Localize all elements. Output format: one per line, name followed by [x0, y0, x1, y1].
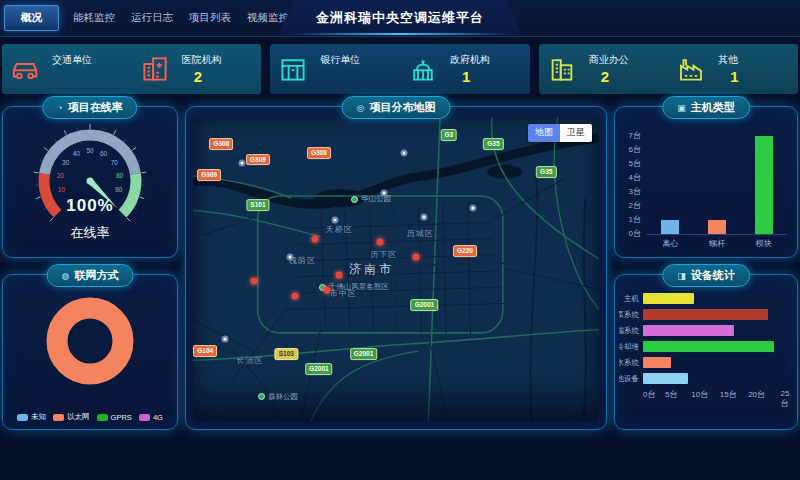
stat-value: 1	[718, 68, 738, 85]
x-axis: 0台5台10台15台20台25台	[643, 389, 785, 399]
panel-title-text: 主机类型	[691, 100, 735, 115]
project-marker[interactable]	[336, 272, 343, 279]
stat-value: 1	[450, 68, 490, 85]
road-badge: S101	[246, 199, 269, 211]
stat-bank[interactable]: 银行单位	[270, 53, 400, 85]
road-badge: G2001	[350, 348, 378, 360]
panel-project-map: ◎ 项目分布地图	[185, 106, 607, 430]
road-badge: G309	[246, 154, 270, 166]
svg-text:60: 60	[100, 150, 108, 157]
road-badge: S103	[275, 348, 298, 360]
bar-track	[643, 309, 785, 320]
poi-label: 森林公园	[268, 392, 298, 402]
stat-label: 商业办公	[589, 53, 629, 67]
project-marker[interactable]	[311, 235, 318, 242]
gauge-icon: ◔	[57, 103, 62, 113]
stat-label: 交通单位	[52, 53, 92, 67]
nav-tab-project-list[interactable]: 项目列表	[187, 7, 233, 29]
bar	[755, 136, 773, 234]
panel-online-rate-header: ◔ 项目在线率	[42, 96, 137, 119]
project-marker[interactable]	[323, 287, 330, 294]
bar-track	[643, 293, 785, 304]
bar	[643, 373, 688, 384]
station-marker	[470, 205, 477, 212]
stat-value	[320, 68, 360, 85]
stat-transport[interactable]: 交通单位	[2, 53, 132, 85]
device-stats-icon: ◨	[677, 271, 686, 281]
x-axis-category-label: 模块	[756, 238, 772, 249]
car-icon	[10, 54, 40, 84]
project-marker[interactable]	[291, 293, 298, 300]
panel-device-stats: ◨ 设备统计 主机泵系统末端系统冷却塔水系统其他设备0台5台10台15台20台2…	[614, 274, 798, 430]
device-label: 末端系统	[619, 326, 639, 336]
svg-text:100%: 100%	[66, 196, 113, 215]
x-axis-tick-label: 5台	[665, 389, 677, 400]
legend-swatch	[17, 414, 28, 421]
road-badge: G104	[193, 345, 217, 357]
legend-label: 以太网	[67, 412, 90, 422]
map-canvas[interactable]: 济南市槐荫区天桥区历下区市中区历城区长清区千佛山风景名胜区华山公园森林公园G30…	[193, 117, 599, 421]
legend-item[interactable]: 4G	[139, 412, 163, 422]
legend-item[interactable]: GPRS	[97, 412, 132, 422]
stats-card-bank-government: 银行单位 政府机构 1	[270, 44, 529, 94]
right-column: ▣ 主机类型 0台1台2台3台4台5台6台7台离心螺杆模块 ◨ 设备统计 主机泵…	[614, 106, 798, 430]
nav-tab-run-log[interactable]: 运行日志	[129, 7, 175, 29]
legend-item[interactable]: 未知	[17, 412, 46, 422]
x-axis-category-label: 离心	[662, 238, 678, 249]
nav-tab-overview[interactable]: 概况	[4, 5, 59, 31]
map-district-label: 长清区	[236, 355, 263, 366]
y-axis-tick-label: 7台	[621, 130, 641, 141]
x-axis-category-label: 螺杆	[709, 238, 725, 249]
road-badge: G308	[307, 148, 331, 160]
x-axis-tick-label: 25台	[781, 389, 790, 409]
stat-value: 2	[182, 68, 222, 85]
bar	[661, 220, 679, 234]
left-column: ◔ 项目在线率 0102030405060708090100%在线率 ◍ 联网方…	[2, 106, 178, 430]
nav-tab-energy-monitor[interactable]: 能耗监控	[71, 7, 117, 29]
svg-text:在线率: 在线率	[71, 225, 110, 240]
panel-device-header: ◨ 设备统计	[662, 264, 750, 287]
stat-government[interactable]: 政府机构 1	[400, 53, 530, 85]
device-label: 其他设备	[619, 374, 639, 384]
panel-network-type: ◍ 联网方式 未知以太网GPRS4G	[2, 274, 178, 430]
map-district-label: 历下区	[370, 248, 397, 259]
project-marker[interactable]	[250, 278, 257, 285]
government-icon	[408, 54, 438, 84]
panel-online-rate: ◔ 项目在线率 0102030405060708090100%在线率	[2, 106, 178, 258]
y-axis-tick-label: 4台	[621, 172, 641, 183]
svg-text:80: 80	[116, 172, 124, 179]
stat-office[interactable]: 商业办公 2	[539, 53, 669, 85]
panel-title-text: 项目在线率	[68, 100, 123, 115]
svg-text:40: 40	[73, 150, 81, 157]
bar-track	[643, 373, 785, 384]
station-marker	[380, 190, 387, 197]
road-badge: G2001	[305, 363, 333, 375]
stats-card-transport-hospital: 交通单位 医院机构 2	[2, 44, 261, 94]
bar-track	[643, 341, 785, 352]
stats-card-row: 交通单位 医院机构 2	[2, 44, 798, 94]
panel-map-header: ◎ 项目分布地图	[342, 96, 451, 119]
stat-hospital[interactable]: 医院机构 2	[132, 53, 262, 85]
station-marker	[332, 217, 339, 224]
legend-label: 4G	[153, 413, 163, 422]
y-axis-tick-label: 5台	[621, 158, 641, 169]
map-mode-button[interactable]: 地图	[528, 124, 560, 142]
device-label: 泵系统	[619, 310, 639, 320]
svg-text:90: 90	[115, 186, 123, 193]
device-label: 冷却塔	[619, 342, 639, 352]
svg-text:50: 50	[86, 147, 94, 154]
satellite-mode-button[interactable]: 卫星	[560, 124, 592, 142]
stat-label: 银行单位	[320, 53, 360, 67]
panel-title-text: 设备统计	[691, 268, 735, 283]
bar-track	[643, 357, 785, 368]
svg-text:20: 20	[57, 172, 65, 179]
road-badge: G35	[483, 138, 503, 150]
project-marker[interactable]	[413, 253, 420, 260]
project-marker[interactable]	[376, 238, 383, 245]
legend-item[interactable]: 以太网	[53, 412, 90, 422]
stat-other[interactable]: 其他 1	[668, 53, 798, 85]
x-axis-tick-label: 10台	[691, 389, 708, 400]
y-axis-tick-label: 2台	[621, 200, 641, 211]
y-axis-tick-label: 0台	[621, 228, 641, 239]
station-marker	[421, 214, 428, 221]
